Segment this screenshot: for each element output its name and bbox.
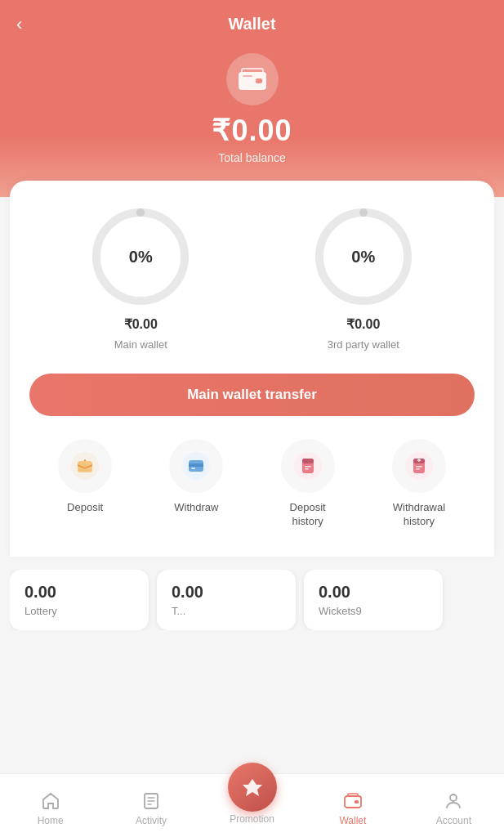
withdrawal-history-icon: [405, 452, 433, 480]
nav-account[interactable]: Account: [404, 786, 504, 826]
wickets9-name: Wickets9: [319, 605, 428, 617]
deposit-icon: [71, 452, 99, 480]
t20-name: T...: [172, 605, 281, 617]
third-party-wallet-item: 0% ₹0.00 3rd party wallet: [310, 204, 417, 351]
balance-amount: ₹0.00: [0, 114, 504, 148]
withdraw-label: Withdraw: [174, 501, 218, 515]
deposit-history-action[interactable]: Deposithistory: [281, 439, 335, 529]
deposit-history-icon-circle: [281, 439, 335, 493]
svg-rect-18: [305, 468, 309, 470]
header-bar: ‹ Wallet: [0, 0, 504, 42]
home-nav-label: Home: [38, 815, 64, 826]
actions-row: Deposit Withdraw: [29, 439, 475, 529]
nav-activity[interactable]: Activity: [100, 786, 201, 826]
deposit-label: Deposit: [67, 501, 103, 515]
wallet-icon-wrap: [0, 53, 504, 105]
third-party-wallet-percent: 0%: [351, 248, 375, 266]
svg-rect-33: [355, 800, 359, 803]
svg-point-34: [450, 794, 457, 801]
nav-wallet[interactable]: Wallet: [302, 786, 403, 826]
svg-marker-31: [243, 779, 262, 796]
deposit-action[interactable]: Deposit: [58, 439, 112, 529]
withdraw-icon: [182, 452, 210, 480]
svg-rect-23: [416, 468, 420, 470]
third-party-wallet-circle: 0%: [310, 204, 417, 310]
nav-home[interactable]: Home: [0, 786, 100, 826]
deposit-history-icon: [294, 452, 322, 480]
lottery-amount: 0.00: [25, 583, 134, 602]
wallet-cards-row: 0.00 Lottery 0.00 T... 0.00 Wickets9: [10, 570, 494, 630]
third-party-wallet-name: 3rd party wallet: [328, 338, 399, 351]
main-wallet-percent: 0%: [129, 248, 153, 266]
promotion-icon: [240, 775, 265, 799]
t20-amount: 0.00: [172, 583, 281, 602]
svg-rect-17: [305, 466, 311, 468]
header: ‹ Wallet ₹0.00 Total balance: [0, 0, 504, 197]
lottery-wallet-card[interactable]: 0.00 Lottery: [10, 570, 149, 630]
promotion-button[interactable]: [228, 763, 277, 812]
withdrawal-history-action[interactable]: Withdrawalhistory: [392, 439, 446, 529]
svg-rect-12: [189, 463, 203, 467]
account-nav-label: Account: [436, 815, 471, 826]
withdraw-icon-circle: [169, 439, 223, 493]
page-title: Wallet: [228, 15, 275, 34]
deposit-icon-circle: [58, 439, 112, 493]
bottom-nav: Home Activity Promotion: [0, 773, 504, 837]
wallet-nav-label: Wallet: [339, 815, 366, 826]
wickets9-amount: 0.00: [319, 583, 428, 602]
wallet-circles: 0% ₹0.00 Main wallet 0% ₹0.00 3rd party …: [29, 204, 475, 351]
withdrawal-history-icon-circle: [392, 439, 446, 493]
wallet-icon: [238, 67, 267, 92]
promotion-nav-label: Promotion: [230, 813, 274, 825]
svg-rect-22: [416, 466, 422, 468]
svg-rect-1: [256, 78, 262, 83]
wickets9-wallet-card[interactable]: 0.00 Wickets9: [304, 570, 443, 630]
svg-rect-16: [302, 459, 314, 463]
activity-nav-label: Activity: [136, 815, 167, 826]
main-card: 0% ₹0.00 Main wallet 0% ₹0.00 3rd party …: [10, 181, 494, 557]
withdrawal-history-label: Withdrawalhistory: [393, 501, 445, 529]
lottery-name: Lottery: [25, 605, 134, 617]
main-wallet-amount: ₹0.00: [124, 316, 158, 332]
activity-icon: [140, 790, 162, 812]
wallet-icon-circle: [226, 53, 279, 105]
balance-label: Total balance: [0, 151, 504, 164]
deposit-history-label: Deposithistory: [290, 501, 326, 529]
main-wallet-item: 0% ₹0.00 Main wallet: [87, 204, 194, 351]
main-wallet-circle: 0%: [87, 204, 194, 310]
wallet-nav-icon: [342, 790, 364, 812]
main-wallet-transfer-button[interactable]: Main wallet transfer: [29, 374, 475, 416]
third-party-wallet-amount: ₹0.00: [346, 316, 380, 332]
back-button[interactable]: ‹: [16, 14, 22, 35]
t20-wallet-card[interactable]: 0.00 T...: [157, 570, 296, 630]
home-icon: [40, 790, 61, 812]
account-icon: [443, 790, 464, 812]
main-wallet-name: Main wallet: [114, 338, 167, 351]
nav-promotion[interactable]: Promotion: [202, 787, 302, 825]
svg-rect-13: [191, 468, 195, 469]
withdraw-action[interactable]: Withdraw: [169, 439, 223, 529]
